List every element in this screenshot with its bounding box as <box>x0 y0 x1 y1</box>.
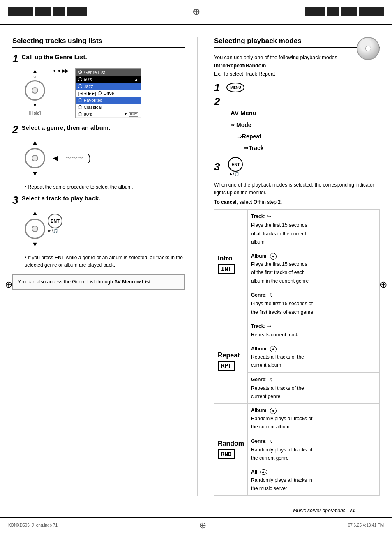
rc-step-2: 2 AV Menu ⇒ Mode ⇒ Repeat ⇒ Tr <box>214 96 380 154</box>
arrow-icon: ◄ <box>51 153 60 164</box>
intro-genre-label: Genre <box>251 292 265 298</box>
scroll-down: ▼ <box>124 112 127 116</box>
right-crosshair: ⊕ <box>380 279 387 290</box>
intro-album-desc: Album: ● Plays the first 15 secondsof th… <box>248 249 380 288</box>
random-album-desc: Album: ● Randomly plays all tracks ofthe… <box>248 403 380 434</box>
genre-item-drive: |◄◄ ▶▶| Drive <box>76 90 141 97</box>
play-sub: ►/🎵 <box>229 172 239 176</box>
mode-av-menu: AV Menu <box>231 107 380 119</box>
knob-down-arrow: ▼ <box>30 102 40 107</box>
album-circle-icon: ● <box>270 253 277 260</box>
repeat-album-icon: ● <box>270 346 277 352</box>
left-crosshair: ⊕ <box>5 279 12 290</box>
hold-label: [Hold] <box>29 111 41 115</box>
ent-btn-right: ENT <box>228 157 243 172</box>
paren: ) <box>88 153 91 164</box>
mode-text: Mode <box>236 119 251 131</box>
bottom-crosshair: ⊕ <box>199 520 206 531</box>
genre-item-jazz: Jazz <box>76 83 141 90</box>
left-column: Selecting tracks using lists 1 Call up t… <box>12 37 185 496</box>
random-all-text: Randomly plays all tracks inthe music se… <box>251 477 312 491</box>
genre-list-header: ⚙ Genre List <box>76 69 141 76</box>
repeat-track-label: Track <box>251 323 264 329</box>
genre-illustration: ▲ or ▼ [Hold] ◄◄ ▶▶ ⚙ Genre List <box>25 68 185 118</box>
skip-icons: |◄◄ ▶▶| <box>78 91 96 96</box>
genre-icon-classical <box>78 105 82 109</box>
knob-up2: ▲ <box>32 139 38 146</box>
column-divider <box>197 37 198 496</box>
genre-list-header-text: Genre List <box>84 70 105 75</box>
genre-item-80s: 80's ▼ ENT <box>76 111 141 118</box>
repeat-track-icon: ↪ <box>267 323 271 329</box>
repeat-album-desc: Album: ● Repeats all tracks of thecurren… <box>248 342 380 372</box>
rc-step2-num: 2 <box>214 95 220 108</box>
bar-block-8 <box>359 7 384 16</box>
random-genre-label: Genre <box>251 438 265 444</box>
knob2-inner <box>32 155 38 161</box>
track-arrow-icon: ↪ <box>267 213 271 219</box>
bottom-bar-date: 07.6.25 4:13:41 PM <box>348 523 384 527</box>
cd-icon <box>357 37 380 60</box>
all-icon: ●› <box>260 469 267 475</box>
step2-content: Select a genre, then an album. <box>21 124 185 131</box>
rc-step-1: 1 MENU <box>214 82 380 93</box>
intro-album-label: Album <box>251 253 266 259</box>
random-all-desc: All: ●› Randomly plays all tracks inthe … <box>248 465 380 495</box>
genre-list-container: ⚙ Genre List 60's ▲ Jazz |◄◄ ▶▶| <box>75 68 141 118</box>
genre-icon-60s <box>78 77 82 81</box>
left-step-3: 3 Select a track to play back. <box>12 195 185 205</box>
table-row-repeat: Repeat RPT Track: ↪ Repeats current trac… <box>214 319 380 342</box>
indicator-text: When one of the playback modes is select… <box>214 181 380 197</box>
genre-label-favorites: Favorites <box>84 98 102 103</box>
intro-track-label: Track <box>251 214 264 219</box>
knob-circle <box>25 80 45 101</box>
page-number: 71 <box>350 508 355 514</box>
step2-text: Select a genre, then an album. <box>21 124 110 131</box>
knob3-inner <box>32 226 38 232</box>
genre-label-drive: Drive <box>104 91 114 96</box>
repeat-genre-icon: ♫ <box>269 376 273 382</box>
repeat-mode-name: Repeat <box>218 352 240 359</box>
random-genre-icon: ♫ <box>269 438 273 444</box>
bar-block-2 <box>35 7 51 16</box>
mode-repeat: ⇒ Repeat <box>231 131 380 142</box>
rc-step3-num: 3 <box>214 161 220 172</box>
genre-icon-80s <box>78 112 82 116</box>
step3-content: Select a track to play back. <box>21 195 185 202</box>
info-box: You can also access the Genre List throu… <box>12 274 185 290</box>
rc-step-3: 3 ENT ►/🎵 <box>214 157 380 176</box>
intro-paragraph: You can use only one of the following pl… <box>214 53 380 78</box>
step1-number: 1 <box>12 53 18 64</box>
step2-knob: ▲ ▼ <box>25 139 45 177</box>
top-bar-left-blocks <box>8 7 87 16</box>
knob-area: ▲ or ▼ [Hold] <box>25 68 45 115</box>
track-text: Track <box>249 142 264 154</box>
knob3-up: ▲ <box>32 210 38 217</box>
bar-block-7 <box>341 7 357 16</box>
repeat-text: Repeat <box>242 131 261 142</box>
genre-note-icon: ♫ <box>269 292 273 298</box>
menu-button: MENU <box>226 83 244 92</box>
arrow-mode: ⇒ <box>231 120 235 130</box>
left-step-2: 2 Select a genre, then an album. <box>12 124 185 135</box>
intro-mode-cell: Intro INT <box>214 210 248 319</box>
left-section-title: Selecting tracks using lists <box>12 37 185 48</box>
cd-hole <box>365 46 371 51</box>
wave-lines: 〜〜〜 <box>66 154 83 162</box>
random-badge: RND <box>218 449 235 459</box>
genre-label-60s: 60's <box>84 77 92 82</box>
step3-knob: ▲ ▼ <box>25 210 45 248</box>
knob-up-arrow: ▲ <box>30 68 40 73</box>
cancel-text: To cancel, select Off in step 2. <box>214 199 380 205</box>
genre-label-80s: 80's <box>84 112 92 117</box>
knob-inner <box>32 87 38 94</box>
random-album-icon: ● <box>270 408 277 414</box>
random-genre-text: Randomly plays all tracks ofthe current … <box>251 447 312 461</box>
genre-icon-jazz <box>78 84 82 88</box>
nav-arrows: ◄◄ ▶▶ <box>52 68 69 74</box>
genre-item-favorites: Favorites <box>76 97 141 104</box>
random-genre-desc: Genre: ♫ Randomly plays all tracks ofthe… <box>248 434 380 465</box>
repeat-genre-desc: Genre: ♫ Repeats all tracks of thecurren… <box>248 372 380 403</box>
step2-illustration: ▲ ▼ ◄ 〜〜〜 ) <box>25 139 185 177</box>
repeat-genre-label: Genre <box>251 377 265 382</box>
